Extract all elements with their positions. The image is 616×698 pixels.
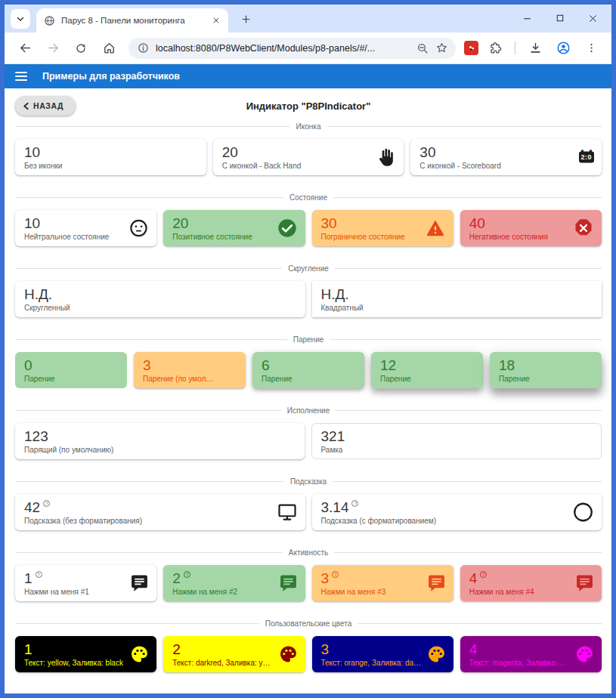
circle-icon <box>572 502 594 524</box>
indicator-card[interactable]: 1? Нажми на меня #1 <box>15 565 156 601</box>
back-nav-button[interactable] <box>14 37 36 60</box>
indicator-card[interactable]: 321 Рамка <box>311 423 602 459</box>
indicator-card[interactable]: 4 Текст: magenta, Заливка: darkmage... <box>460 636 602 672</box>
indicator-value: 12 <box>380 357 451 374</box>
indicator-caption: Нажми на меня #4 <box>469 588 570 596</box>
indicator-card[interactable]: 3? Нажми на меня #3 <box>312 565 453 601</box>
browser-window: Парус 8 - Панели мониторинга <box>0 0 616 698</box>
indicator-caption: Текст: orange, Заливка: darkblue <box>321 659 422 667</box>
indicator-value: 30 <box>419 144 570 161</box>
section-label: Парение <box>287 335 330 344</box>
indicator-card[interactable]: 4? Нажми на меня #4 <box>460 565 602 601</box>
indicator-card[interactable]: 3 Текст: orange, Заливка: darkblue <box>312 636 453 672</box>
indicator-card[interactable]: 10 Без иконки <box>15 139 206 175</box>
section-label: Скругление <box>282 264 335 273</box>
section-label: Активность <box>283 548 335 557</box>
indicator-card[interactable]: 18 Парение <box>490 352 602 388</box>
home-button[interactable] <box>98 37 120 60</box>
minimize-button[interactable] <box>522 14 532 23</box>
indicator-caption: Парение <box>262 375 333 383</box>
warning-triangle-icon <box>425 218 446 239</box>
indicator-caption: Нажми на меня #1 <box>24 588 125 596</box>
profile-button[interactable] <box>552 37 574 60</box>
indicator-value: 3 <box>321 641 422 658</box>
indicator-caption: Негативное состояния <box>469 233 570 241</box>
indicator-caption: Парение <box>380 375 451 383</box>
browser-tab[interactable]: Парус 8 - Панели мониторинга <box>36 8 228 32</box>
indicator-card[interactable]: 3.14? Подсказка (с форматированием) <box>312 494 602 530</box>
app-title: Примеры для разработчиков <box>42 71 180 82</box>
indicator-value: 20 <box>172 215 273 232</box>
hamburger-menu-icon[interactable] <box>15 72 27 81</box>
tab-strip: Парус 8 - Панели мониторинга <box>5 5 611 32</box>
palette-icon <box>575 645 594 664</box>
forward-nav-button[interactable] <box>42 37 64 60</box>
indicator-card[interactable]: 123 Парящий (по умолчанию) <box>15 423 305 459</box>
indicator-card[interactable]: 30 Пограничное состояние <box>312 210 453 246</box>
indicator-card[interactable]: 20 С иконкой - Back Hand <box>213 139 404 175</box>
indicator-card[interactable]: 30 С иконкой - Scoreboard 2:0 <box>410 139 602 175</box>
indicator-value: 20 <box>222 144 373 161</box>
indicator-card[interactable]: 6 Парение <box>252 352 364 388</box>
help-icon: ? <box>184 571 190 578</box>
reload-button[interactable] <box>70 37 92 60</box>
indicator-card[interactable]: 40 Негативное состояния <box>460 210 602 246</box>
extension-badge-icon[interactable] <box>464 41 478 55</box>
section-tooltip: Подсказка 42? Подсказка (без форматирова… <box>15 475 602 530</box>
indicator-card[interactable]: 10 Нейтральное состояние <box>15 210 156 246</box>
page-info-icon[interactable] <box>138 42 149 54</box>
arrow-forward-icon <box>47 42 60 54</box>
indicator-card[interactable]: 2 Текст: darkred, Заливка: yellow <box>163 636 305 672</box>
address-bar[interactable]: localhost:8080/P8WebClient/Modules/p8-pa… <box>128 38 456 59</box>
indicator-value: 1? <box>24 570 125 587</box>
indicator-card[interactable]: 20 Позитивное состояние <box>163 210 305 246</box>
indicator-value: 10 <box>24 215 125 232</box>
indicator-card[interactable]: Н.Д. Квадратный <box>312 281 602 317</box>
bookmark-star-icon[interactable] <box>435 42 448 54</box>
page-content: НАЗАД Индикатор "P8PIndicator" Иконка 10… <box>5 88 611 693</box>
indicator-caption: Без иконки <box>24 162 175 170</box>
indicator-card[interactable]: 3 Парение (по умолчанию) <box>134 352 246 388</box>
indicator-caption: Текст: darkred, Заливка: yellow <box>172 659 273 667</box>
monitor-icon <box>277 502 298 523</box>
browser-menu-button[interactable] <box>580 37 602 60</box>
indicator-card[interactable]: 12 Парение <box>371 352 483 388</box>
indicator-value: 1 <box>24 641 125 658</box>
toolbar-divider <box>515 42 515 54</box>
tab-search-button[interactable] <box>11 9 30 29</box>
comment-icon <box>427 574 446 593</box>
indicator-caption: Подсказка (без форматирования) <box>24 517 274 525</box>
indicator-caption: Парение <box>24 375 95 383</box>
arrow-back-icon <box>19 42 32 54</box>
indicator-card[interactable]: Н.Д. Скругленный <box>15 281 305 317</box>
profile-avatar-icon <box>556 41 571 55</box>
url-text[interactable]: localhost:8080/P8WebClient/Modules/p8-pa… <box>156 43 410 54</box>
section-rounding: Скругление Н.Д. Скругленный Н.Д. Квадрат… <box>15 262 602 317</box>
new-tab-button[interactable] <box>236 9 255 29</box>
download-icon <box>529 42 542 54</box>
extensions-puzzle-button[interactable] <box>484 37 506 60</box>
section-state: Состояние 10 Нейтральное состояние 20 По… <box>15 191 602 246</box>
section-label: Состояние <box>283 193 333 202</box>
tab-close-icon[interactable] <box>209 14 222 27</box>
home-icon <box>103 42 116 54</box>
indicator-card[interactable]: 0 Парение <box>15 352 127 388</box>
indicator-caption: Парение (по умолчанию) <box>143 375 214 383</box>
indicator-caption: Рамка <box>321 446 570 454</box>
downloads-button[interactable] <box>524 37 546 60</box>
palette-icon <box>427 645 446 664</box>
cancel-octagon-icon <box>573 218 594 239</box>
maximize-button[interactable] <box>556 14 565 23</box>
zoom-out-icon[interactable] <box>416 42 429 54</box>
indicator-value: 18 <box>499 357 570 374</box>
indicator-card[interactable]: 1 Текст: yellow, Заливка: black <box>15 636 156 672</box>
indicator-value: 3 <box>143 357 214 374</box>
indicator-value: 10 <box>24 144 175 161</box>
indicator-value: 0 <box>24 357 95 374</box>
indicator-card[interactable]: 2? Нажми на меня #2 <box>163 565 305 601</box>
indicator-value: 2 <box>172 641 273 658</box>
indicator-value: 6 <box>262 357 333 374</box>
indicator-card[interactable]: 42? Подсказка (без форматирования) <box>15 494 305 530</box>
close-button[interactable] <box>588 14 598 23</box>
indicator-value: 3.14? <box>321 499 571 516</box>
